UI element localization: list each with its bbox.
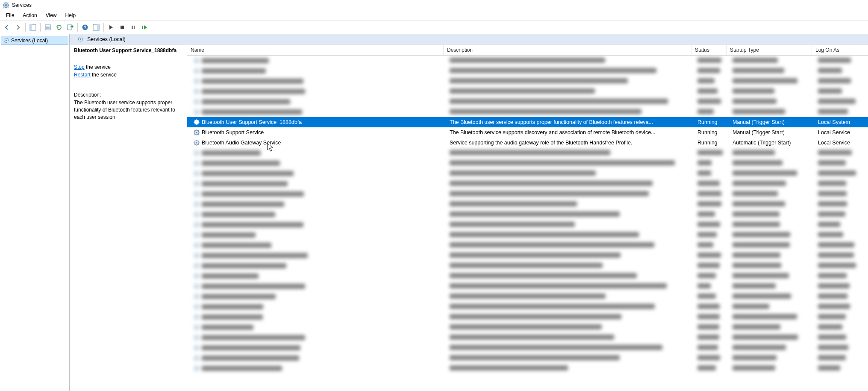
table-row[interactable] (187, 209, 868, 220)
gear-icon (193, 150, 200, 156)
svg-line-36 (198, 62, 199, 63)
svg-line-88 (198, 110, 199, 110)
svg-point-90 (196, 121, 197, 123)
help-button[interactable]: ? (80, 22, 90, 32)
svg-line-205 (194, 233, 195, 233)
table-row[interactable] (187, 189, 868, 199)
table-row[interactable] (187, 322, 868, 332)
svg-point-1 (5, 4, 7, 6)
svg-line-177 (194, 206, 195, 206)
svg-line-326 (198, 360, 199, 360)
table-row[interactable] (187, 168, 868, 179)
svg-point-60 (196, 91, 197, 92)
table-row[interactable] (187, 291, 868, 302)
table-row[interactable] (187, 76, 868, 86)
col-logon[interactable]: Log On As (812, 45, 863, 55)
row-name: Bluetooth Support Service (202, 129, 264, 135)
gear-icon (193, 160, 200, 167)
svg-line-216 (198, 247, 199, 247)
table-row[interactable]: Bluetooth User Support Service_1888dbfa … (187, 117, 868, 127)
table-row[interactable] (187, 179, 868, 189)
col-status[interactable]: Status (691, 45, 727, 55)
col-name[interactable]: Name (187, 45, 444, 55)
svg-line-108 (198, 130, 199, 131)
svg-line-77 (194, 103, 195, 104)
svg-point-310 (196, 347, 197, 348)
menu-help[interactable]: Help (61, 11, 80, 20)
table-row[interactable] (187, 281, 868, 291)
col-startup[interactable]: Startup Type (727, 45, 812, 55)
restart-service-button[interactable] (139, 22, 150, 32)
table-row[interactable] (187, 107, 868, 117)
restart-link[interactable]: Restart (74, 72, 91, 78)
svg-line-235 (194, 264, 195, 264)
svg-line-56 (198, 83, 199, 83)
table-row[interactable]: Bluetooth Audio Gateway Service Service … (187, 138, 868, 148)
svg-line-128 (198, 151, 199, 151)
menu-file[interactable]: File (2, 11, 18, 20)
table-row[interactable] (187, 343, 868, 353)
table-row[interactable] (187, 66, 868, 76)
table-row[interactable] (187, 220, 868, 230)
table-row[interactable] (187, 97, 868, 107)
back-icon (4, 24, 10, 30)
svg-point-320 (196, 357, 197, 359)
svg-line-337 (194, 370, 195, 370)
export-button[interactable] (65, 22, 75, 32)
col-description[interactable]: Description (444, 45, 691, 55)
svg-line-258 (198, 284, 199, 285)
table-row[interactable] (187, 332, 868, 343)
table-row[interactable] (187, 148, 868, 158)
stop-link[interactable]: Stop (74, 64, 85, 70)
svg-line-146 (198, 175, 199, 176)
table-row[interactable] (187, 86, 868, 97)
svg-line-198 (198, 223, 199, 223)
svg-point-170 (196, 203, 197, 205)
table-row[interactable] (187, 312, 868, 322)
row-startup: Manual (Trigger Start) (729, 129, 815, 135)
svg-line-287 (194, 319, 195, 319)
table-row[interactable] (187, 302, 868, 312)
svg-line-266 (198, 298, 199, 299)
pause-service-button[interactable] (128, 22, 138, 32)
table-row[interactable] (187, 261, 868, 271)
svg-line-85 (194, 110, 195, 110)
svg-point-190 (196, 224, 197, 225)
svg-line-48 (198, 69, 199, 69)
table-row[interactable] (187, 158, 868, 168)
table-row[interactable] (187, 271, 868, 281)
show-hide-action-button[interactable] (91, 22, 101, 32)
svg-line-256 (198, 288, 199, 288)
svg-line-137 (194, 165, 195, 165)
table-row[interactable] (187, 250, 868, 261)
table-row[interactable] (187, 199, 868, 209)
menu-action[interactable]: Action (18, 11, 41, 20)
table-row[interactable] (187, 230, 868, 240)
tree-root-services-local[interactable]: Services (Local) (1, 36, 68, 45)
right-header: Services (Local) (70, 34, 868, 44)
stop-suffix: the service (85, 64, 111, 70)
show-hide-tree-button[interactable] (28, 22, 38, 32)
svg-line-155 (194, 182, 195, 182)
svg-line-106 (198, 134, 199, 135)
window-title: Services (12, 2, 32, 8)
svg-line-306 (198, 339, 199, 340)
menu-view[interactable]: View (41, 11, 61, 20)
table-row[interactable]: Bluetooth Support Service The Bluetooth … (187, 127, 868, 138)
menu-bar: File Action View Help (0, 10, 868, 21)
svg-line-178 (198, 202, 199, 203)
back-button[interactable] (2, 22, 12, 32)
forward-button[interactable] (13, 22, 23, 32)
service-listview[interactable]: Name Description Status Startup Type Log… (187, 44, 868, 391)
svg-line-217 (194, 247, 195, 247)
table-row[interactable] (187, 363, 868, 373)
svg-line-166 (198, 196, 199, 196)
start-service-button[interactable] (106, 22, 116, 32)
table-row[interactable] (187, 56, 868, 66)
table-row[interactable] (187, 353, 868, 363)
stop-service-button[interactable] (117, 22, 127, 32)
table-row[interactable] (187, 240, 868, 250)
refresh-button[interactable] (54, 22, 64, 32)
properties-button[interactable] (43, 22, 53, 32)
svg-line-65 (194, 89, 195, 90)
